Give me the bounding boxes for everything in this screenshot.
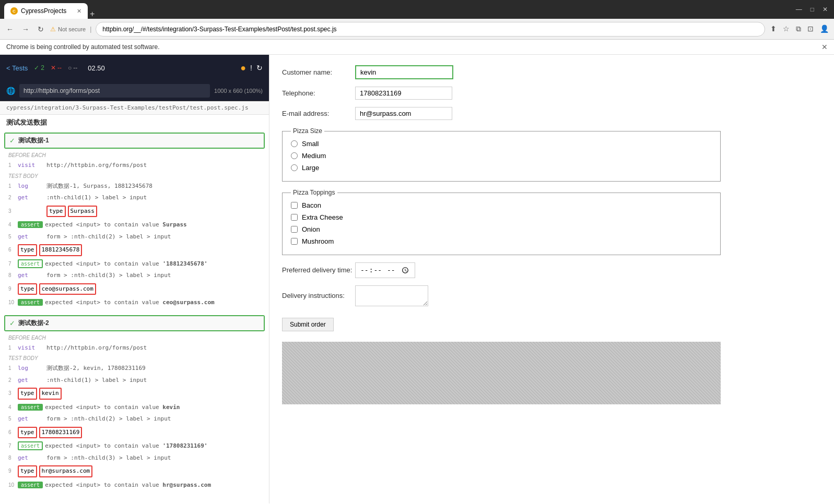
suite-header[interactable]: 测试发送数据	[0, 115, 269, 130]
email-input[interactable]	[355, 107, 452, 120]
pizza-toppings-fieldset: Pizza Toppings Bacon Extra Cheese Onion …	[282, 189, 721, 255]
tests-back-button[interactable]: < Tests	[6, 64, 28, 72]
telephone-row: Telephone:	[282, 87, 821, 100]
new-tab-button[interactable]: +	[90, 9, 95, 19]
active-tab[interactable]: C CypressProjects ✕	[4, 3, 88, 19]
type-value-5: 17808231169	[39, 427, 83, 439]
test-panel[interactable]: 测试发送数据 ✓ 测试数据-1 BEFORE EACH 1 visit http…	[0, 115, 269, 503]
fail-count: --	[57, 64, 62, 71]
test-block-2: ✓ 测试数据-2	[4, 315, 265, 331]
extensions-icon[interactable]: ⧉	[795, 23, 802, 34]
test1-step-9: 9 type ceo@surpass.com	[0, 282, 269, 297]
delivery-instructions-input[interactable]	[355, 285, 428, 306]
checkbox-mushroom[interactable]	[291, 238, 298, 245]
forward-button[interactable]: →	[20, 23, 31, 35]
back-button[interactable]: ←	[4, 23, 16, 35]
checkbox-bacon[interactable]	[291, 202, 298, 209]
test1-step-3: 3 type Surpass	[0, 204, 269, 219]
window-controls: — □ ✕	[794, 5, 830, 14]
checkbox-onion[interactable]	[291, 226, 298, 233]
radio-medium[interactable]	[291, 152, 298, 159]
cypress-url-bar: 🌐 1000 x 660 (100%)	[0, 81, 269, 101]
test1-step-7: 7 assert expected <input> to contain val…	[0, 258, 269, 270]
before-visit-step-2: 1 visit http://httpbin.org/forms/post	[0, 342, 269, 354]
assert-badge-3: assert	[18, 299, 43, 306]
test2-step-10: 10 assert expected <input> to contain va…	[0, 479, 269, 491]
close-window-button[interactable]: ✕	[820, 5, 830, 14]
info-icon[interactable]: !	[250, 64, 252, 72]
form-panel: Customer name: Telephone: E-mail address…	[269, 55, 834, 503]
topping-extra-cheese: Extra Cheese	[291, 213, 712, 221]
test2-step-6: 6 type 17808231169	[0, 425, 269, 440]
delivery-time-input[interactable]	[355, 262, 415, 278]
assert-badge-6: assert	[18, 482, 43, 488]
type-cmd-3: type	[18, 283, 37, 295]
profile-icon[interactable]: 👤	[819, 23, 830, 34]
test-1-title: 测试数据-1	[18, 136, 49, 145]
browser-toolbar-icons: ⬆ ☆ ⧉ ⊡ 👤	[769, 23, 830, 34]
topping-onion-label: Onion	[302, 225, 320, 233]
pizza-size-legend: Pizza Size	[291, 127, 324, 135]
test-1-header[interactable]: ✓ 测试数据-1	[5, 134, 264, 148]
assert-badge-5: assert	[18, 441, 43, 450]
address-bar: ← → ↻ ⚠ Not secure | ⬆ ☆ ⧉ ⊡ 👤	[0, 19, 834, 40]
fail-stat: ✕ --	[51, 64, 62, 71]
zoom-icon[interactable]: ⊡	[806, 23, 815, 34]
automated-banner-close[interactable]: ✕	[821, 43, 828, 51]
cypress-toolbar: < Tests ✓ 2 ✕ -- ○ -- 02.50	[0, 55, 269, 81]
test2-step-2: 2 get :nth-child(1) > label > input	[0, 375, 269, 387]
reload-button[interactable]: ↻	[256, 64, 263, 72]
topping-extra-cheese-label: Extra Cheese	[302, 213, 343, 221]
test1-step-1: 1 log 测试数据-1, Surpass, 18812345678	[0, 181, 269, 193]
security-label: Not secure	[58, 26, 86, 32]
main-content: < Tests ✓ 2 ✕ -- ○ -- 02.50	[0, 55, 834, 503]
cross-icon: ✕	[51, 64, 56, 71]
address-input[interactable]	[96, 22, 765, 37]
radio-small[interactable]	[291, 140, 298, 147]
test1-step-8: 8 get form > :nth-child(3) > label > inp…	[0, 270, 269, 282]
test2-step-5: 5 get form > :nth-child(2) > label > inp…	[0, 413, 269, 425]
type-value-6: hr@surpass.com	[39, 465, 93, 477]
radio-large[interactable]	[291, 164, 298, 171]
cypress-panel: < Tests ✓ 2 ✕ -- ○ -- 02.50	[0, 55, 269, 503]
tab-close-button[interactable]: ✕	[77, 8, 81, 15]
minimize-button[interactable]: —	[794, 5, 804, 14]
customer-name-input[interactable]	[355, 65, 453, 79]
delivery-time-row: Preferred delivery time:	[282, 262, 821, 278]
test-2-header[interactable]: ✓ 测试数据-2	[5, 316, 264, 330]
check-icon: ✓	[34, 64, 39, 71]
topping-bacon: Bacon	[291, 201, 712, 209]
telephone-input[interactable]	[355, 87, 452, 100]
maximize-button[interactable]: □	[808, 5, 816, 14]
type-cmd-4: type	[18, 388, 37, 400]
delivery-time-label: Preferred delivery time:	[282, 266, 355, 274]
test2-step-4: 4 assert expected <input> to contain val…	[0, 401, 269, 414]
warning-icon: ⚠	[50, 26, 56, 33]
email-row: E-mail address:	[282, 107, 821, 120]
pizza-size-large-label: Large	[302, 164, 319, 172]
globe-icon: 🌐	[6, 87, 15, 95]
checkbox-extra-cheese[interactable]	[291, 214, 298, 221]
type-cmd-6: type	[18, 465, 37, 477]
topping-mushroom: Mushroom	[291, 237, 712, 245]
type-cmd-2: type	[18, 244, 37, 256]
share-icon[interactable]: ⬆	[769, 23, 778, 34]
browser-window: C CypressProjects ✕ + — □ ✕ ← → ↻ ⚠ Not …	[0, 0, 834, 503]
pizza-size-large: Large	[291, 164, 712, 172]
test1-step-10: 10 assert expected <input> to contain va…	[0, 296, 269, 309]
test1-step-5: 5 get form > :nth-child(2) > label > inp…	[0, 231, 269, 243]
cypress-url-input[interactable]	[19, 84, 210, 98]
type-value-1: Surpass	[68, 206, 97, 218]
test-block-1: ✓ 测试数据-1	[4, 133, 265, 149]
type-value-2: 18812345678	[39, 244, 83, 256]
before-visit-step-1: 1 visit http://httpbin.org/forms/post	[0, 160, 269, 172]
test1-step-6: 6 type 18812345678	[0, 243, 269, 258]
refresh-button[interactable]: ↻	[36, 23, 46, 35]
customer-name-label: Customer name:	[282, 68, 355, 76]
delivery-instructions-row: Delivery instructions:	[282, 285, 821, 306]
bookmark-icon[interactable]: ☆	[782, 23, 791, 34]
bottom-gray-area	[282, 342, 721, 404]
tab-bar: C CypressProjects ✕ +	[4, 0, 95, 19]
cypress-toolbar-right: ● ! ↻	[240, 63, 263, 74]
submit-order-button[interactable]: Submit order	[282, 318, 334, 331]
